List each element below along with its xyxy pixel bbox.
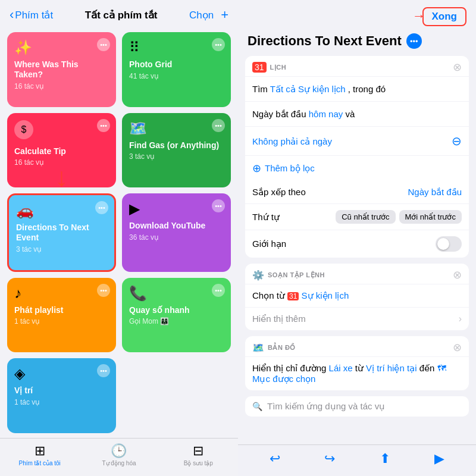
add-filter-plus-icon: ⊕: [252, 162, 261, 175]
card-more-photo[interactable]: •••: [212, 38, 225, 51]
undo-button[interactable]: ↩: [270, 451, 280, 466]
nav-item-shortcuts[interactable]: ⊞ Phím tắt của tôi: [0, 443, 79, 466]
automation-icon: 🕒: [111, 443, 127, 459]
shortcut-card-photo[interactable]: ••• ⠿ Photo Grid 41 tác vụ: [122, 32, 231, 107]
card-title-vitri: Vị trí: [14, 386, 109, 396]
map-tu: từ: [355, 363, 366, 373]
shortcut-card-gas[interactable]: ••• 🗺️ Find Gas (or Anything) 3 tác vụ: [122, 113, 231, 188]
map-hienthi: Hiển thị chỉ đường: [252, 363, 329, 373]
card-sub-youtube: 36 tác vụ: [129, 233, 224, 242]
limit-toggle[interactable]: [436, 236, 462, 252]
detail-title-text: Directions To Next Event: [248, 33, 402, 49]
limit-label: Giới hạn: [252, 239, 286, 249]
card-title-quayso: Quay số nhanh: [129, 305, 224, 315]
card-title-youtube: Download YouTube: [129, 221, 224, 231]
shortcut-card-where[interactable]: ••• ✨ Where Was This Taken? 16 tác vụ: [7, 32, 116, 107]
card-more-gas[interactable]: •••: [212, 119, 225, 132]
chon-button[interactable]: Chọn: [189, 9, 214, 21]
shortcut-card-calc[interactable]: ••• $ Calculate Tip 16 tác vụ: [7, 113, 116, 188]
shortcut-card-playlist[interactable]: ••• ♪ Phát playlist 1 tác vụ: [7, 278, 116, 353]
lich-row2-homnay[interactable]: hôm nay: [309, 109, 343, 119]
lich-close-button[interactable]: ⊗: [453, 61, 462, 74]
add-filter-row[interactable]: ⊕ Thêm bộ lọc: [245, 156, 469, 181]
share-button[interactable]: ⬆: [380, 451, 390, 466]
hiende-row[interactable]: Hiển thị thêm ›: [245, 308, 469, 330]
left-panel: ‹ Phím tắt Tất cả phím tắt Chọn + ••• ✨ …: [0, 0, 238, 476]
order-label: Thứ tự: [252, 212, 280, 223]
card-icon-where: ✨: [14, 39, 109, 56]
card-sub-playlist: 1 tác vụ: [14, 317, 109, 325]
card-icon-quayso: 📞: [129, 285, 224, 302]
shortcuts-icon: ⊞: [35, 443, 45, 459]
search-bar[interactable]: 🔍 Tìm kiếm ứng dụng và tác vụ: [245, 396, 469, 416]
order-pill-oldest[interactable]: Cũ nhất trước: [336, 210, 395, 224]
script-close-button[interactable]: ⊗: [453, 268, 462, 281]
back-button[interactable]: ‹ Phím tắt: [10, 7, 53, 23]
play-button[interactable]: ▶: [434, 451, 444, 466]
order-pill-newest[interactable]: Mới nhất trước: [399, 210, 462, 224]
lich-row-1: Tìm Tất cả Sự kiện lịch , trong đó: [245, 77, 469, 102]
card-more-calc[interactable]: •••: [97, 119, 110, 132]
card-sub-directions: 3 tác vụ: [16, 245, 107, 253]
shortcuts-grid: ••• ✨ Where Was This Taken? 16 tác vụ ••…: [0, 27, 238, 438]
shortcut-card-quayso[interactable]: ••• 📞 Quay số nhanh Gọi Mom 👩‍👩‍👦: [122, 278, 231, 353]
card-sub-photo: 41 tác vụ: [129, 72, 224, 80]
shortcut-card-vitri[interactable]: ••• ◈ Vị trí 1 tác vụ: [7, 358, 116, 433]
add-filter-label: Thêm bộ lọc: [265, 163, 315, 174]
bottom-toolbar: ↩ ↪ ⬆ ▶: [238, 444, 476, 476]
shortcut-card-directions[interactable]: ••• 🚗 Directions To Next Event 3 tác vụ …: [7, 193, 116, 271]
card-more-playlist[interactable]: •••: [97, 284, 110, 297]
card-more-where[interactable]: •••: [97, 38, 110, 51]
sort-value[interactable]: Ngày bắt đầu: [408, 187, 462, 198]
script-31-icon: 31: [287, 292, 299, 300]
script-section-header-left: ⚙️ SOẠN TẬP LỆNH: [252, 270, 325, 281]
card-title-where: Where Was This Taken?: [14, 60, 109, 80]
header-title: Tất cả phím tắt: [85, 9, 158, 21]
lich-row1-events[interactable]: Tất cả Sự kiện lịch: [270, 84, 346, 94]
lich-row2-ngay: Ngày bắt đầu: [252, 109, 309, 119]
map-section-header-left: 🗺️ BẢN ĐỒ: [252, 342, 296, 353]
nav-label-shortcuts: Phím tắt của tôi: [18, 460, 60, 466]
right-content: Directions To Next Event ••• 31 LỊCH ⊗ T…: [238, 31, 476, 444]
map-section: 🗺️ BẢN ĐỒ ⊗ Hiển thị chỉ đường Lái xe từ…: [245, 336, 469, 390]
card-title-photo: Photo Grid: [129, 60, 224, 70]
bottom-nav: ⊞ Phím tắt của tôi 🕒 Tự động hóa ⊟ Bộ sư…: [0, 438, 238, 476]
xong-button[interactable]: Xong: [422, 7, 467, 26]
search-placeholder-text: Tìm kiếm ứng dụng và tác vụ: [267, 401, 385, 412]
map-section-icon: 🗺️: [252, 342, 264, 353]
card-title-calc: Calculate Tip: [14, 146, 109, 156]
order-row: Thứ tự Cũ nhất trước Mới nhất trước: [245, 204, 469, 230]
lich-section-header-left: 31 LỊCH: [252, 62, 286, 73]
map-section-header: 🗺️ BẢN ĐỒ ⊗: [245, 336, 469, 357]
shortcut-card-youtube[interactable]: ••• ▶ Download YouTube 36 tác vụ: [122, 193, 231, 271]
card-more-quayso[interactable]: •••: [212, 284, 225, 297]
nav-item-automation[interactable]: 🕒 Tự động hóa: [79, 443, 158, 466]
right-header: → Xong: [238, 0, 476, 31]
order-pill-group: Cũ nhất trước Mới nhất trước: [336, 210, 462, 224]
lich-row2-va: và: [345, 109, 355, 119]
card-icon-vitri: ◈: [14, 365, 109, 382]
map-den: đến: [419, 363, 437, 373]
nav-item-gallery[interactable]: ⊟ Bộ sưu tập: [159, 443, 238, 466]
sort-label: Sắp xếp theo: [252, 187, 306, 198]
card-sub-gas: 3 tác vụ: [129, 152, 224, 161]
shortcut-detail-title: Directions To Next Event •••: [238, 31, 476, 56]
map-row-1: Hiển thị chỉ đường Lái xe từ Vị trí hiện…: [245, 357, 469, 390]
card-title-directions: Directions To Next Event: [16, 223, 107, 243]
card-sub-where: 16 tác vụ: [14, 82, 109, 90]
map-close-button[interactable]: ⊗: [453, 341, 462, 354]
lich-row3-khongphai[interactable]: Không phải cả ngày: [252, 135, 332, 148]
redo-button[interactable]: ↪: [324, 451, 335, 466]
script-section-header: ⚙️ SOẠN TẬP LỆNH ⊗: [245, 264, 469, 284]
script-events[interactable]: Sự kiện lịch: [302, 290, 349, 300]
card-sub-vitri: 1 tác vụ: [14, 398, 109, 406]
chevron-right-icon: ›: [459, 314, 462, 324]
map-vitri[interactable]: Vị trí hiện tại: [366, 363, 416, 373]
detail-more-button[interactable]: •••: [406, 33, 422, 49]
card-icon-directions: 🚗: [16, 202, 107, 219]
back-chevron-icon: ‹: [10, 7, 14, 23]
lich-row3-minus[interactable]: ⊖: [452, 133, 462, 149]
map-laixe[interactable]: Lái xe: [329, 363, 353, 373]
add-button[interactable]: +: [221, 7, 228, 23]
right-panel: → Xong Directions To Next Event ••• 31 L…: [238, 0, 476, 476]
